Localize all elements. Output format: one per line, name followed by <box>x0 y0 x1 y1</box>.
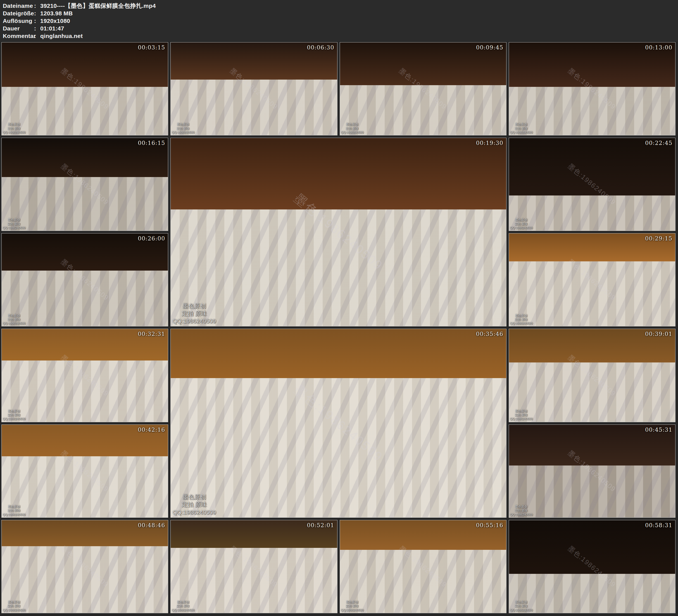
watermark-line: 墨色原创 <box>3 218 26 222</box>
watermark-line: QQ:1986240509 <box>173 317 216 325</box>
thumbnail-placeholder-lower <box>509 195 675 231</box>
watermark-line: 墨色原创 <box>173 493 216 501</box>
timestamp-overlay: 00:58:31 <box>645 522 672 529</box>
video-thumbnail: 墨色:1986240509 墨色原创 定拍 原味 QQ:1986240509 0… <box>171 520 337 613</box>
video-thumbnail: 墨色:1986240509 墨色原创 定拍 原味 QQ:1986240509 0… <box>509 42 676 136</box>
file-info-row: Kommentar : qinglanhua.net <box>3 32 675 40</box>
video-thumbnail: 墨色:1986240509 墨色原创 定拍 原味 QQ:1986240509 0… <box>340 520 506 613</box>
watermark-line: 定拍 原味 <box>173 310 216 317</box>
studio-watermark: 墨色原创 定拍 原味 QQ:1986240509 <box>510 314 533 325</box>
file-info-row: Dateiname : 39210----【墨色】蛋糕保鲜膜全包挣扎.mp4 <box>3 2 675 9</box>
watermark-line: 定拍 原味 <box>341 126 364 130</box>
timestamp-overlay: 00:35:46 <box>476 331 503 337</box>
watermark-line: QQ:1986240509 <box>3 321 26 325</box>
field-label: Dateigröße <box>3 9 34 17</box>
watermark-line: QQ:1986240509 <box>3 130 26 134</box>
watermark-line: 定拍 原味 <box>510 508 533 512</box>
studio-watermark: 墨色原创 定拍 原味 QQ:1986240509 <box>3 218 26 230</box>
studio-watermark: 墨色原创 定拍 原味 QQ:1986240509 <box>510 409 533 421</box>
timestamp-overlay: 00:52:01 <box>307 522 334 529</box>
timestamp-overlay: 00:55:16 <box>476 522 503 529</box>
studio-watermark: 墨色原创 定拍 原味 QQ:1986240509 <box>173 302 216 325</box>
studio-watermark: 墨色原创 定拍 原味 QQ:1986240509 <box>510 600 533 612</box>
watermark-line: 墨色原创 <box>510 505 533 508</box>
watermark-line: 定拍 原味 <box>510 604 533 608</box>
watermark-line: QQ:1986240509 <box>510 417 533 421</box>
watermark-line: 墨色原创 <box>510 600 533 604</box>
watermark-line: 墨色原创 <box>3 600 26 604</box>
video-thumbnail: 墨色:1986240509 墨色原创 定拍 原味 QQ:1986240509 0… <box>1 520 168 613</box>
timestamp-overlay: 00:29:15 <box>645 235 672 242</box>
field-label: Kommentar <box>3 32 34 40</box>
thumbnail-placeholder-lower <box>509 574 675 613</box>
studio-watermark: 墨色原创 定拍 原味 QQ:1986240509 <box>3 600 26 612</box>
field-label: Auflösung <box>3 17 34 25</box>
watermark-line: QQ:1986240509 <box>510 513 533 516</box>
watermark-line: QQ:1986240509 <box>510 608 533 612</box>
contact-sheet: Dateiname : 39210----【墨色】蛋糕保鲜膜全包挣扎.mp4 D… <box>0 0 678 616</box>
thumbnail-placeholder-upper <box>171 329 506 378</box>
watermark-line: 定拍 原味 <box>3 413 26 417</box>
timestamp-overlay: 00:09:45 <box>476 44 503 51</box>
video-thumbnail: 墨色:1986240509 墨色原创 定拍 原味 QQ:1986240509 0… <box>509 329 676 422</box>
video-thumbnail: 墨色:1986240509 墨色原创 定拍 原味 QQ:1986240509 0… <box>509 520 676 613</box>
timestamp-overlay: 00:16:15 <box>138 140 165 146</box>
watermark-line: 定拍 原味 <box>3 317 26 321</box>
watermark-line: 定拍 原味 <box>510 413 533 417</box>
thumbnail-placeholder-lower <box>340 550 506 613</box>
studio-watermark: 墨色原创 定拍 原味 QQ:1986240509 <box>341 600 364 612</box>
field-separator: : <box>34 25 40 32</box>
timestamp-overlay: 00:42:16 <box>138 426 165 433</box>
watermark-line: 墨色原创 <box>172 122 194 126</box>
file-info-row: Dauer : 01:01:47 <box>3 25 675 32</box>
studio-watermark: 墨色原创 定拍 原味 QQ:1986240509 <box>510 218 533 230</box>
watermark-line: 墨色原创 <box>3 409 26 413</box>
watermark-line: 定拍 原味 <box>3 126 26 130</box>
field-label: Dauer <box>3 25 34 32</box>
watermark-line: QQ:1986240509 <box>510 321 533 325</box>
file-info-row: Dateigröße : 1203.98 MB <box>3 9 675 17</box>
watermark-line: 墨色原创 <box>173 302 216 310</box>
watermark-line: 墨色原创 <box>510 314 533 317</box>
field-value: 1203.98 MB <box>40 9 73 17</box>
field-value: 39210----【墨色】蛋糕保鲜膜全包挣扎.mp4 <box>40 2 156 9</box>
watermark-line: 墨色原创 <box>341 600 364 604</box>
timestamp-overlay: 00:39:01 <box>645 331 672 337</box>
studio-watermark: 墨色原创 定拍 原味 QQ:1986240509 <box>3 122 26 134</box>
thumbnail-placeholder-lower <box>2 546 168 613</box>
studio-watermark: 墨色原创 定拍 原味 QQ:1986240509 <box>3 409 26 421</box>
field-value: 01:01:47 <box>40 25 64 32</box>
watermark-line: 定拍 原味 <box>172 604 194 608</box>
field-separator: : <box>34 32 40 40</box>
watermark-line: QQ:1986240509 <box>3 608 26 612</box>
watermark-line: QQ:1986240509 <box>173 508 216 516</box>
field-value: qinglanhua.net <box>40 32 83 40</box>
watermark-line: 定拍 原味 <box>172 126 194 130</box>
field-separator: : <box>34 2 40 9</box>
watermark-line: 定拍 原味 <box>3 222 26 226</box>
file-info-header: Dateiname : 39210----【墨色】蛋糕保鲜膜全包挣扎.mp4 D… <box>0 0 678 41</box>
studio-watermark: 墨色原创 定拍 原味 QQ:1986240509 <box>172 122 194 134</box>
thumbnail-placeholder-lower <box>509 261 675 326</box>
watermark-line: QQ:1986240509 <box>172 608 194 612</box>
watermark-line: QQ:1986240509 <box>510 226 533 230</box>
watermark-line: QQ:1986240509 <box>3 417 26 421</box>
video-thumbnail: 墨色:1986240509 墨色原创 定拍 原味 QQ:1986240509 0… <box>509 138 676 231</box>
video-thumbnail: 墨色:1986240509 墨色原创 定拍 原味 QQ:1986240509 0… <box>509 424 676 518</box>
video-thumbnail: 墨色:1986240509 墨色原创 定拍 原味 QQ:1986240509 0… <box>1 233 168 326</box>
studio-watermark: 墨色原创 定拍 原味 QQ:1986240509 <box>173 493 216 516</box>
timestamp-overlay: 00:32:31 <box>138 331 165 337</box>
timestamp-overlay: 00:06:30 <box>307 44 334 51</box>
studio-watermark: 墨色原创 定拍 原味 QQ:1986240509 <box>341 122 364 134</box>
watermark-line: 定拍 原味 <box>173 501 216 508</box>
watermark-line: QQ:1986240509 <box>3 513 26 516</box>
watermark-line: 定拍 原味 <box>3 508 26 512</box>
studio-watermark: 墨色原创 定拍 原味 QQ:1986240509 <box>3 314 26 325</box>
thumbnail-placeholder-upper <box>171 138 506 209</box>
timestamp-overlay: 00:45:31 <box>645 426 672 433</box>
timestamp-overlay: 00:03:15 <box>138 44 165 51</box>
studio-watermark: 墨色原创 定拍 原味 QQ:1986240509 <box>510 122 533 134</box>
watermark-line: 墨色原创 <box>172 600 194 604</box>
watermark-line: 墨色原创 <box>341 122 364 126</box>
watermark-line: 墨色原创 <box>510 122 533 126</box>
